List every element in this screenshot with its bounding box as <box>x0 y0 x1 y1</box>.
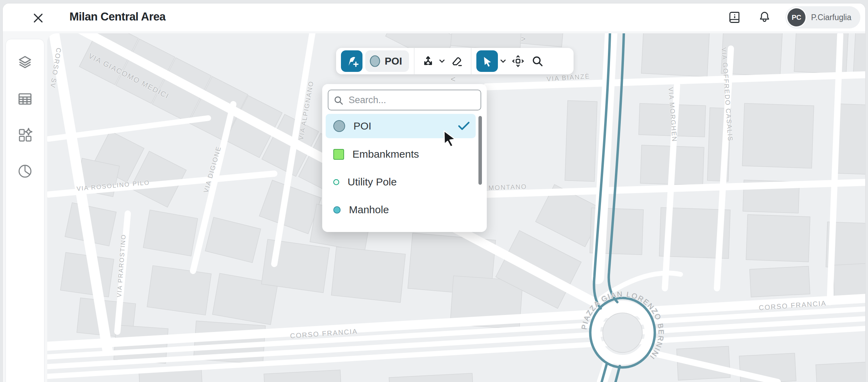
pie-chart-icon <box>16 163 34 180</box>
split-icon <box>422 55 435 68</box>
close-icon <box>32 11 45 25</box>
search-icon <box>333 95 344 106</box>
split-tool-menu[interactable] <box>437 54 447 68</box>
layer-swatch <box>369 55 381 67</box>
user-name: P.Ciarfuglia <box>811 13 851 22</box>
app-window: Milan Central Area PC P.Ciarfuglia <box>3 3 865 382</box>
chevron-down-icon <box>439 59 445 63</box>
layer-option-label: Manhole <box>349 204 389 216</box>
move-tool-button[interactable] <box>508 50 528 72</box>
add-feature-button[interactable] <box>341 50 362 72</box>
sidebar-item-layers[interactable] <box>15 53 35 73</box>
utility-pole-swatch <box>333 179 339 185</box>
notifications-button[interactable] <box>756 8 774 26</box>
dropdown-scrollbar[interactable] <box>478 116 482 185</box>
chevron-down-icon <box>500 59 506 63</box>
manual-button[interactable] <box>726 8 744 26</box>
layer-option-label: Embankments <box>352 148 419 160</box>
sidebar-item-statistics[interactable] <box>15 161 35 181</box>
eraser-icon <box>450 55 463 68</box>
search-map-button[interactable] <box>528 50 547 72</box>
layer-option-poi[interactable]: POI <box>326 114 476 138</box>
poi-swatch <box>333 120 345 132</box>
move-icon <box>511 55 525 68</box>
layer-option-label: POI <box>353 120 372 132</box>
select-cursor-icon <box>481 55 493 68</box>
layer-option-embankments[interactable]: Embankments <box>326 142 476 166</box>
active-layer-button[interactable]: POI <box>365 50 409 72</box>
check-icon <box>458 121 470 131</box>
top-bar: Milan Central Area PC P.Ciarfuglia <box>3 3 865 31</box>
select-tool-button[interactable] <box>476 50 498 72</box>
layer-option-manhole[interactable]: Manhole <box>326 198 476 222</box>
select-tool-menu[interactable] <box>498 54 508 68</box>
toolbar-divider <box>471 48 471 74</box>
table-icon <box>16 90 34 108</box>
bell-icon <box>758 10 771 24</box>
manhole-swatch <box>333 206 341 214</box>
avatar: PC <box>787 8 806 26</box>
user-menu[interactable]: PC P.Ciarfuglia <box>785 6 860 28</box>
map-canvas[interactable]: PIAZZA GIAN LORENZO BERNINI CORSO SVVIA … <box>47 33 865 382</box>
split-tool-button[interactable] <box>419 50 437 72</box>
embankments-swatch <box>333 149 344 160</box>
layers-icon <box>16 54 34 72</box>
sidebar-item-widgets[interactable] <box>15 125 35 145</box>
map-toolbar: POI <box>336 48 574 74</box>
sidebar-item-table[interactable] <box>15 89 35 109</box>
layer-option-label: Utility Pole <box>348 176 397 188</box>
left-sidebar <box>6 39 44 382</box>
page-title: Milan Central Area <box>69 10 166 23</box>
layer-search-input[interactable] <box>328 90 481 110</box>
search-icon <box>531 55 544 67</box>
layer-dropdown: POI Embankments Utility Pole Manhole <box>322 84 487 232</box>
layer-option-utility-pole[interactable]: Utility Pole <box>326 170 476 194</box>
widgets-icon <box>16 126 34 144</box>
close-button[interactable] <box>31 10 46 26</box>
active-layer-label: POI <box>385 56 402 67</box>
add-feature-icon <box>345 54 359 68</box>
eraser-button[interactable] <box>447 50 466 72</box>
book-info-icon <box>728 10 742 24</box>
toolbar-divider <box>414 48 415 74</box>
